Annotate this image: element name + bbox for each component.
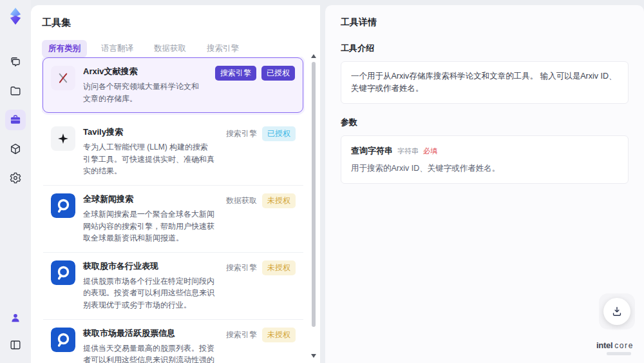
core-wordmark: core — [614, 341, 634, 350]
tool-card[interactable]: Tavily搜索 专为人工智能代理 (LLM) 构建的搜索引擎工具。可快速提供实… — [43, 119, 303, 186]
chip-sub-badge — [607, 352, 631, 355]
auth-status-badge: 未授权 — [262, 328, 296, 342]
category-tag: 数据获取 — [226, 193, 257, 208]
intel-core-logo: intelcore — [596, 340, 634, 355]
tool-description: 提供当天交易量最高的股票列表。投资者可以利用这些信息来识别流动性强的股票和潜在的… — [83, 342, 214, 363]
tool-detail-pane: 工具详情 工具介绍 一个用于从Arxiv存储库搜索科学论文和文章的工具。 输入可… — [325, 5, 644, 363]
auth-status-badge: 未授权 — [262, 260, 296, 275]
param-card: 查询字符串 字符串 必填 用于搜索的Arxiv ID、关键字或作者姓名。 — [341, 135, 629, 184]
download-button[interactable] — [603, 298, 630, 325]
tool-title: Tavily搜索 — [83, 126, 214, 138]
list-scrollbar[interactable] — [310, 54, 317, 358]
tool-list-scroll-area: Arxiv文献搜索 访问各个研究领域大量科学论文和文章的存储库。 搜索引擎已授权… — [42, 57, 305, 363]
blue-q-logo-icon — [51, 193, 75, 218]
param-name: 查询字符串 — [351, 144, 393, 157]
tool-card[interactable]: 获取股市各行业表现 提供股票市场各个行业在特定时间段内的表现。投资者可以利用这些… — [43, 253, 303, 320]
tool-description: 全球新闻搜索是一个聚合全球各大新闻网站内容的搜索引擎，帮助用户快速获取全球最新资… — [83, 208, 214, 244]
tool-title: 获取股市各行业表现 — [83, 260, 214, 272]
rail-bottom — [5, 308, 26, 355]
category-tag: 搜索引擎 — [226, 126, 257, 141]
param-header: 查询字符串 字符串 必填 — [351, 144, 618, 157]
user-icon[interactable] — [5, 308, 26, 328]
tab-3[interactable]: 数据获取 — [147, 40, 193, 57]
auth-status-badge: 已授权 — [262, 126, 296, 141]
tool-list: Arxiv文献搜索 访问各个研究领域大量科学论文和文章的存储库。 搜索引擎已授权… — [42, 57, 305, 363]
intro-heading: 工具介绍 — [341, 43, 629, 54]
page-title: 工具集 — [42, 17, 320, 29]
param-required-badge: 必填 — [423, 146, 437, 157]
auth-status-badge: 未授权 — [262, 193, 296, 208]
blue-q-logo-icon — [51, 260, 75, 285]
tool-title: 获取市场最活跃股票信息 — [83, 328, 214, 339]
download-icon — [611, 305, 623, 318]
tool-tags: 搜索引擎未授权 — [226, 260, 296, 275]
category-tag: 搜索引擎 — [215, 66, 256, 81]
tool-title: Arxiv文献搜索 — [83, 66, 204, 77]
detail-title: 工具详情 — [341, 17, 629, 28]
app-logo-icon — [6, 6, 25, 26]
tool-tags: 数据获取未授权 — [226, 193, 296, 208]
category-tag: 搜索引擎 — [226, 328, 257, 342]
tool-title: 全球新闻搜索 — [83, 193, 214, 205]
scroll-down-arrow-icon[interactable] — [311, 354, 316, 358]
auth-status-badge: 已授权 — [261, 66, 295, 81]
scrollbar-thumb[interactable] — [312, 62, 316, 327]
category-tag: 搜索引擎 — [226, 260, 257, 275]
tool-card[interactable]: Arxiv文献搜索 访问各个研究领域大量科学论文和文章的存储库。 搜索引擎已授权 — [43, 57, 303, 113]
app-window: 工具集 所有类别语言翻译数据获取搜索引擎 Arxiv文献搜索 访问各个研究领域大… — [0, 0, 644, 363]
folder-icon[interactable] — [5, 81, 26, 101]
tool-tags: 搜索引擎已授权 — [215, 66, 295, 81]
tool-card[interactable]: 全球新闻搜索 全球新闻搜索是一个聚合全球各大新闻网站内容的搜索引擎，帮助用户快速… — [43, 186, 303, 253]
intel-wordmark: intel — [596, 340, 612, 350]
tool-card[interactable]: 获取市场最活跃股票信息 提供当天交易量最高的股票列表。投资者可以利用这些信息来识… — [43, 320, 303, 363]
tool-list-pane: 工具集 所有类别语言翻译数据获取搜索引擎 Arxiv文献搜索 访问各个研究领域大… — [31, 5, 320, 363]
settings-gear-icon[interactable] — [5, 168, 26, 188]
tool-description: 专为人工智能代理 (LLM) 构建的搜索引擎工具。可快速提供实时、准确和真实的结… — [83, 141, 214, 177]
main-area: 工具集 所有类别语言翻译数据获取搜索引擎 Arxiv文献搜索 访问各个研究领域大… — [31, 0, 644, 363]
category-tabs: 所有类别语言翻译数据获取搜索引擎 — [42, 40, 320, 57]
blue-q-logo-icon — [51, 328, 75, 352]
panel-toggle-icon[interactable] — [5, 335, 26, 355]
intro-card: 一个用于从Arxiv存储库搜索科学论文和文章的工具。 输入可以是Arxiv ID… — [341, 61, 629, 104]
tab-1[interactable]: 所有类别 — [42, 40, 87, 57]
tool-description: 提供股票市场各个行业在特定时间段内的表现。投资者可以利用这些信息来识别表现优于或… — [83, 275, 214, 311]
tab-4[interactable]: 搜索引擎 — [200, 40, 245, 57]
scroll-up-arrow-icon[interactable] — [311, 54, 316, 58]
chat-icon[interactable] — [5, 52, 26, 72]
tool-description: 访问各个研究领域大量科学论文和文章的存储库。 — [83, 81, 204, 104]
left-rail — [0, 0, 31, 363]
package-icon[interactable] — [5, 139, 26, 159]
tab-2[interactable]: 语言翻译 — [95, 40, 140, 57]
param-type: 字符串 — [397, 146, 419, 157]
param-description: 用于搜索的Arxiv ID、关键字或作者姓名。 — [351, 162, 618, 175]
params-heading: 参数 — [341, 117, 629, 128]
tool-tags: 搜索引擎未授权 — [226, 328, 296, 342]
sparkle-star-icon — [51, 126, 75, 151]
tool-tags: 搜索引擎已授权 — [226, 126, 296, 141]
arxiv-x-icon — [51, 66, 75, 90]
toolbox-icon[interactable] — [5, 110, 26, 130]
download-fab-container — [599, 293, 635, 329]
rail-nav — [5, 52, 26, 188]
